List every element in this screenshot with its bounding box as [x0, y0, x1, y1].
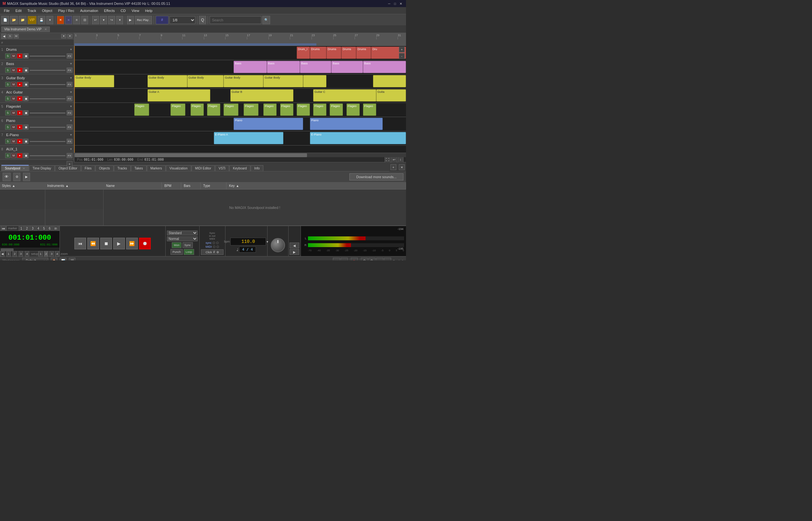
track-expand-2[interactable]: ▼: [70, 62, 72, 65]
recording-mode-select[interactable]: Normal: [167, 236, 198, 241]
zoom-btn-1[interactable]: 1: [19, 226, 24, 231]
out-btn[interactable]: out: [59, 226, 60, 231]
track-midi-8[interactable]: ◼: [23, 153, 28, 158]
clip-fl-9[interactable]: Flageo: [297, 104, 310, 116]
mute-all-btn[interactable]: M: [14, 34, 19, 39]
zoom-btn-6[interactable]: 6: [47, 226, 52, 231]
track-fx-3[interactable]: FX: [67, 82, 72, 87]
solo-all-btn[interactable]: S: [7, 34, 13, 39]
clip-drum-3[interactable]: Drums: [326, 47, 341, 59]
clip-piano-2[interactable]: Piano: [310, 118, 383, 130]
clip-fl-6[interactable]: Flageo: [244, 104, 258, 116]
zoom-label-2[interactable]: 2: [13, 251, 17, 257]
tracks-left-arrow[interactable]: ◀: [1, 33, 6, 39]
menu-view[interactable]: View: [129, 8, 142, 13]
clip-bass-4[interactable]: Bass: [331, 61, 363, 73]
clip-ep-2[interactable]: E-Piano: [310, 132, 406, 144]
add-track-button[interactable]: +: [67, 161, 72, 167]
soundpool-styles-header[interactable]: Styles ▲: [0, 182, 45, 189]
clip-bass-2[interactable]: Bass: [267, 61, 300, 73]
track-midi-2[interactable]: ◼: [23, 68, 28, 73]
marker-go-left[interactable]: ⏮: [1, 226, 6, 231]
clip-gb-3[interactable]: Guitar Body: [187, 75, 224, 87]
clip-ep-1[interactable]: E-Piano A: [214, 132, 284, 144]
clip-ag-1[interactable]: Guitar A: [148, 89, 210, 101]
track-settings2[interactable]: ▾: [67, 34, 72, 39]
minimize-button[interactable]: ─: [387, 1, 392, 6]
track-rec-8[interactable]: ●: [17, 153, 23, 158]
track-rec-6[interactable]: ●: [17, 124, 23, 130]
quantize-select[interactable]: 1/81/41/16: [170, 16, 196, 24]
close-panel[interactable]: ✕: [399, 164, 405, 170]
tab-time-display[interactable]: Time Display: [29, 165, 55, 171]
track-rec-7[interactable]: ●: [17, 139, 23, 144]
track-solo-8[interactable]: S: [5, 153, 10, 158]
tab-vsti[interactable]: VSTi: [215, 165, 229, 171]
track-fader-3[interactable]: [30, 84, 65, 85]
track-fader-7[interactable]: [30, 141, 65, 142]
ws-btn-1[interactable]: 🏠: [51, 258, 57, 260]
track-rec-5[interactable]: ●: [17, 110, 23, 115]
new-project-button[interactable]: 📄: [1, 16, 9, 24]
menu-object[interactable]: Object: [40, 8, 55, 13]
setup-left-btn[interactable]: ◀: [0, 251, 4, 257]
ws-btn-2[interactable]: 📊: [60, 258, 66, 260]
transport-play[interactable]: ▶: [113, 238, 125, 249]
master-volume-knob[interactable]: [271, 238, 285, 252]
download-sounds-button[interactable]: Download more sounds...: [349, 173, 403, 180]
align-btn[interactable]: ⊟: [81, 16, 88, 24]
search-input[interactable]: [210, 16, 262, 24]
soundpool-col-name[interactable]: Name: [104, 182, 162, 189]
timeline-btn[interactable]: ≡: [73, 16, 80, 24]
tab-tracks[interactable]: Tracks: [114, 165, 131, 171]
track-fx-4[interactable]: FX: [67, 96, 72, 101]
ws-btn-3[interactable]: 🎬: [69, 258, 75, 260]
menu-track[interactable]: Track: [25, 8, 39, 13]
playback-btn[interactable]: ▶: [127, 16, 134, 24]
track-expand-4[interactable]: ▼: [70, 91, 72, 94]
undo-dropdown-button[interactable]: ▾: [100, 16, 107, 24]
tab-objects[interactable]: Objects: [95, 165, 114, 171]
track-solo-5[interactable]: S: [5, 110, 10, 115]
redo-dropdown-button[interactable]: ▾: [116, 16, 123, 24]
zoom-btn-5[interactable]: 5: [41, 226, 47, 231]
track-fader-6[interactable]: [30, 127, 65, 128]
workspace-select[interactable]: Default: [22, 258, 48, 260]
track-expand-1[interactable]: ▼: [70, 48, 72, 51]
track-fader-1[interactable]: [30, 55, 65, 56]
project-tab-close[interactable]: ✕: [44, 27, 47, 31]
track-fx-7[interactable]: FX: [67, 139, 72, 144]
tab-takes[interactable]: Takes: [131, 165, 146, 171]
loop-button[interactable]: Loop: [184, 249, 194, 255]
transport-rewind[interactable]: ⏪: [87, 238, 99, 249]
click-button[interactable]: Click # ⚙: [201, 249, 224, 255]
track-mute-3[interactable]: M: [11, 82, 16, 87]
zoom-label-1[interactable]: 1: [6, 251, 11, 257]
clip-fl-3[interactable]: Flageo: [190, 104, 204, 116]
clip-ag-4[interactable]: Guita: [376, 89, 406, 101]
maximize-button[interactable]: □: [392, 1, 398, 6]
tab-visualization[interactable]: Visualization: [166, 165, 191, 171]
zoom-btn-4[interactable]: 4: [36, 226, 41, 231]
clip-fl-13[interactable]: Flageo: [363, 104, 376, 116]
save-button[interactable]: 💾: [38, 16, 45, 24]
track-mute-7[interactable]: M: [11, 139, 16, 144]
search-button[interactable]: 🔍: [262, 16, 270, 24]
track-mute-5[interactable]: M: [11, 110, 16, 115]
vip-button[interactable]: VIP: [27, 16, 37, 24]
track-fader-5[interactable]: [30, 113, 65, 114]
track-expand-3[interactable]: ▼: [70, 76, 72, 80]
clip-fl-11[interactable]: Flageo: [330, 104, 343, 116]
track-rec-2[interactable]: ●: [17, 68, 23, 73]
menu-edit[interactable]: Edit: [13, 8, 24, 13]
clip-drum-2[interactable]: Drums: [310, 47, 326, 59]
bmt-loop-right[interactable]: ↷: [368, 258, 376, 260]
punch-button[interactable]: Punch: [171, 249, 183, 255]
tab-info[interactable]: Info: [251, 165, 263, 171]
open-button[interactable]: 📂: [10, 16, 18, 24]
menu-automation[interactable]: Automation: [77, 8, 101, 13]
track-midi-5[interactable]: ◼: [23, 110, 28, 115]
track-solo-1[interactable]: S: [5, 53, 10, 59]
track-solo-7[interactable]: S: [5, 139, 10, 144]
clip-gb-2[interactable]: Guitar Body: [148, 75, 187, 87]
